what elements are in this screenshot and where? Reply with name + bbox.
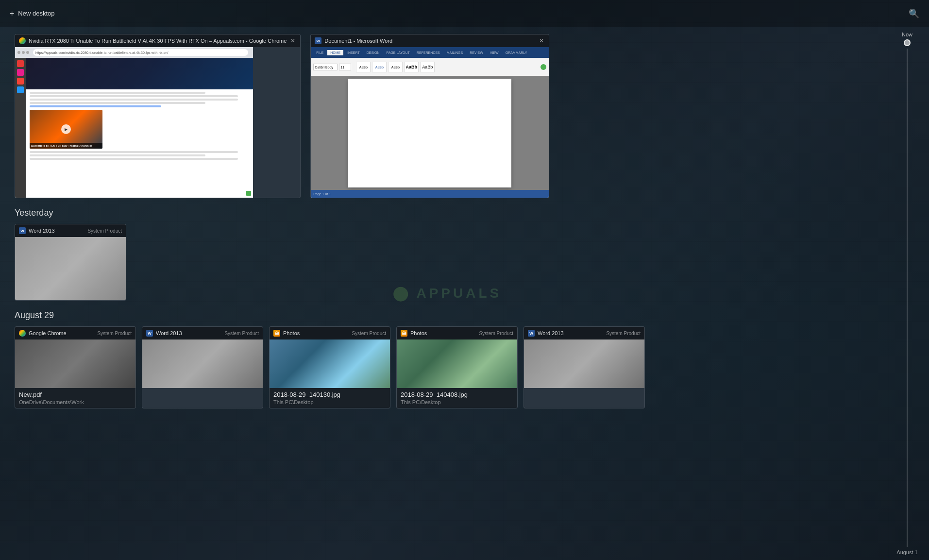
yesterday-word-title: Word 2013 — [29, 228, 84, 234]
chrome-titlebar: Nvidia RTX 2080 Ti Unable To Run Battlef… — [15, 34, 300, 47]
aug-word-preview-content — [142, 339, 263, 388]
new-desktop-button[interactable]: + New desktop — [10, 9, 55, 18]
yesterday-word-titlebar: W Word 2013 System Product — [15, 224, 126, 237]
aug-chrome-card[interactable]: Google Chrome System Product New.pdf One… — [15, 326, 136, 408]
chrome-sidebar-item-3 — [17, 78, 24, 85]
chrome-dot-1 — [17, 51, 20, 54]
aug-word2-card[interactable]: W Word 2013 System Product — [524, 326, 645, 408]
word-close-button[interactable]: ✕ — [538, 37, 545, 44]
aug-photos1-preview-content — [270, 339, 390, 388]
word-font-group: Calibri Body 11 — [313, 64, 351, 70]
word-tab-file: FILE — [313, 50, 326, 55]
word-addon-icon — [541, 64, 546, 70]
word-tab-mailings: MAILINGS — [444, 50, 466, 55]
aug-photos1-filename: 2018-08-29_140130.jpg — [273, 391, 386, 398]
chrome-article-text — [26, 92, 253, 107]
chrome-text-line-7 — [30, 154, 205, 156]
green-indicator — [246, 191, 251, 196]
aug-chrome-titlebar: Google Chrome System Product — [15, 327, 135, 339]
aug-word-card[interactable]: W Word 2013 System Product — [142, 326, 263, 408]
word-window-card[interactable]: W Document1 - Microsoft Word ✕ FILE HOME… — [310, 34, 549, 198]
aug-chrome-app-name: Google Chrome — [29, 330, 94, 336]
word-tab-insert: INSERT — [344, 50, 363, 55]
aug-word-product: System Product — [224, 331, 259, 336]
aug-photos1-titlebar: 🏔 Photos System Product — [270, 327, 390, 339]
chrome-text-line-3 — [30, 99, 238, 101]
chrome-text-line-6 — [30, 151, 238, 153]
aug-word2-preview-content — [524, 339, 644, 388]
aug-chrome-info: New.pdf OneDrive\Documents\Work — [15, 388, 135, 408]
word-ribbon-content: Calibri Body 11 AaBb AaBb AaBb AaBb AaBb — [311, 58, 549, 76]
aug-word2-titlebar: W Word 2013 System Product — [524, 327, 644, 339]
word-tab-references: REFERENCES — [414, 50, 443, 55]
chrome-text-line-2 — [30, 95, 238, 97]
chrome-text-line-4 — [30, 102, 205, 104]
chrome-dot-3 — [26, 51, 29, 54]
chrome-close-button[interactable]: ✕ — [289, 37, 296, 44]
word-document-area — [311, 76, 549, 190]
aug-word2-icon: W — [528, 330, 535, 337]
word-style-2: AaBb — [372, 62, 387, 72]
chrome-article-text-2 — [26, 151, 253, 160]
chrome-sidebar-item-4 — [17, 86, 24, 93]
word-status-text: Page 1 of 1 — [313, 192, 331, 196]
aug-chrome-preview — [15, 339, 135, 388]
word-size-box: 11 — [339, 64, 351, 70]
yesterday-word-card[interactable]: W Word 2013 System Product — [15, 224, 126, 301]
aug-photos2-preview — [397, 339, 517, 388]
august-label: August 29 — [15, 310, 880, 321]
word-tab-layout: PAGE LAYOUT — [384, 50, 413, 55]
aug-photos2-product: System Product — [479, 331, 513, 336]
timeline: Now August 1 — [900, 27, 914, 560]
word-app-icon: W — [315, 37, 321, 44]
word-tab-home: HOME — [327, 50, 343, 55]
word-tab-design: DESIGN — [364, 50, 383, 55]
aug-chrome-preview-content — [15, 339, 135, 388]
appuals-watermark: APPUALS — [393, 286, 502, 302]
word-preview: FILE HOME INSERT DESIGN PAGE LAYOUT REFE… — [311, 47, 549, 198]
word-status-bar: Page 1 of 1 — [311, 190, 549, 198]
plus-icon: + — [10, 9, 14, 18]
yesterday-word-preview — [15, 237, 126, 300]
aug-word-preview — [142, 339, 263, 388]
timeline-dot — [904, 39, 911, 46]
aug-word2-preview — [524, 339, 644, 388]
chrome-main-content: ▶ Battlefield 5 RTX: Full Ray Tracing An… — [26, 58, 253, 198]
content-area: Nvidia RTX 2080 Ti Unable To Run Battlef… — [0, 27, 895, 560]
aug-chrome-product: System Product — [97, 331, 132, 336]
aug-photos1-preview — [270, 339, 390, 388]
chrome-url-bar: https://appuals.com/nvidia-rtx-2080-ti-u… — [33, 49, 248, 56]
chrome-dot-2 — [22, 51, 25, 54]
chrome-window-title: Nvidia RTX 2080 Ti Unable To Run Battlef… — [29, 38, 287, 44]
now-section: Nvidia RTX 2080 Ti Unable To Run Battlef… — [15, 34, 880, 198]
aug-word-titlebar: W Word 2013 System Product — [142, 327, 263, 339]
word-ribbon-tabs: FILE HOME INSERT DESIGN PAGE LAYOUT REFE… — [311, 47, 549, 58]
chrome-window-card[interactable]: Nvidia RTX 2080 Ti Unable To Run Battlef… — [15, 34, 301, 198]
new-desktop-label: New desktop — [18, 10, 54, 17]
aug-word2-product: System Product — [606, 331, 641, 336]
yesterday-word-icon: W — [19, 227, 26, 234]
aug-word-icon: W — [146, 330, 153, 337]
timeline-now: Now — [902, 32, 912, 46]
chrome-inner-bar: https://appuals.com/nvidia-rtx-2080-ti-u… — [15, 47, 253, 58]
timeline-line — [907, 49, 908, 547]
search-button[interactable]: 🔍 — [909, 8, 919, 19]
word-style-1: AaBb — [356, 62, 371, 72]
yesterday-label: Yesterday — [15, 208, 880, 218]
aug-photos2-card[interactable]: 🏔 Photos System Product 2018-08-29_14040… — [396, 326, 518, 408]
aug-photos2-info: 2018-08-29_140408.jpg This PC\Desktop — [397, 388, 517, 408]
aug-photos1-icon: 🏔 — [273, 330, 280, 337]
word-tab-grammarly: GRAMMARLY — [503, 50, 530, 55]
word-window-title: Document1 - Microsoft Word — [324, 38, 535, 44]
chrome-video-title: Battlefield 5 RTX: Full Ray Tracing Anal… — [30, 143, 102, 149]
chrome-sidebar-item-1 — [17, 60, 24, 67]
yesterday-word-preview-content — [15, 237, 126, 300]
aug-photos1-card[interactable]: 🏔 Photos System Product 2018-08-29_14013… — [269, 326, 390, 408]
word-style-normal: AaBb — [420, 62, 435, 72]
chrome-video-play-button: ▶ — [61, 124, 71, 134]
chrome-sidebar — [15, 58, 26, 198]
aug-word-app-name: Word 2013 — [156, 330, 221, 336]
timeline-now-label: Now — [902, 32, 912, 37]
timeline-date-label: August 1 — [896, 549, 917, 555]
chrome-video-thumb: ▶ Battlefield 5 RTX: Full Ray Tracing An… — [30, 110, 102, 149]
